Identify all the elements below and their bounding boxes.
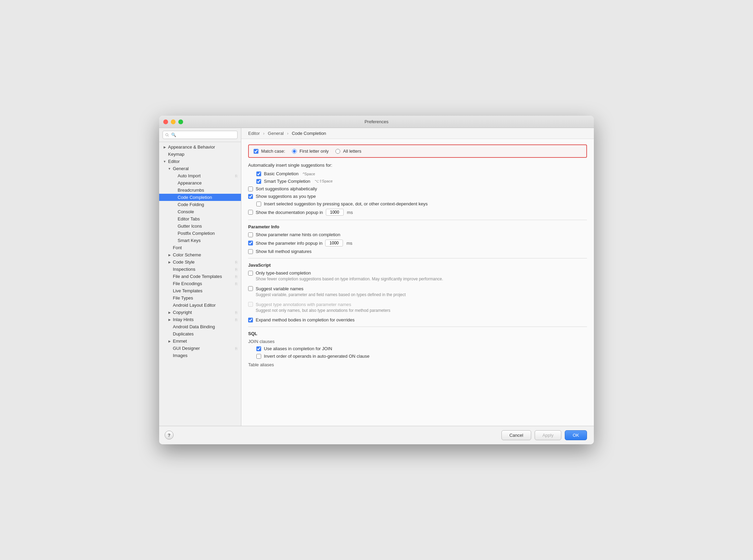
- minimize-button[interactable]: [171, 119, 176, 124]
- window-controls: [163, 119, 183, 124]
- sidebar-item-gui-designer[interactable]: GUI Designer ⎘: [159, 345, 241, 352]
- sidebar-item-color-scheme[interactable]: ▶ Color Scheme: [159, 251, 241, 258]
- suggest-type-annotations-label: Suggest type annotations with parameter …: [256, 302, 351, 307]
- sidebar-item-auto-import[interactable]: Auto Import ⎘: [159, 172, 241, 179]
- sidebar-item-postfix-completion[interactable]: Postfix Completion: [159, 230, 241, 237]
- expand-method-checkbox[interactable]: [248, 318, 253, 322]
- ok-button[interactable]: OK: [565, 430, 587, 440]
- breadcrumb-sep-1: ›: [263, 131, 265, 136]
- sidebar-item-images[interactable]: Images: [159, 352, 241, 359]
- expand-method-label: Expand method bodies in completion for o…: [256, 317, 355, 322]
- match-case-row: Match case:: [254, 149, 285, 154]
- sidebar-label: Android Layout Editor: [173, 303, 216, 308]
- sidebar-item-android-layout-editor[interactable]: Android Layout Editor: [159, 302, 241, 309]
- sidebar-label: Code Style: [173, 259, 195, 265]
- sidebar-label: Inlay Hints: [173, 317, 194, 322]
- sidebar-item-editor[interactable]: ▼ Editor: [159, 158, 241, 165]
- first-letter-label: First letter only: [299, 149, 329, 154]
- sidebar-item-inlay-hints[interactable]: ▶ Inlay Hints ⎘: [159, 316, 241, 323]
- join-clauses-label: JOIN clauses: [248, 339, 587, 344]
- sidebar-item-appearance-behavior[interactable]: ▶ Appearance & Behavior: [159, 143, 241, 151]
- sidebar-label: Live Templates: [173, 288, 202, 293]
- use-aliases-checkbox[interactable]: [256, 346, 261, 351]
- suggest-type-annotations-checkbox[interactable]: [248, 302, 253, 307]
- show-doc-popup-row: Show the documentation popup in ms: [248, 209, 587, 216]
- sidebar-item-code-completion[interactable]: Code Completion: [159, 194, 241, 201]
- first-letter-radio[interactable]: [292, 149, 297, 154]
- sidebar-label: Emmet: [173, 339, 187, 344]
- smart-type-row: Smart Type Completion ⌥⇧Space: [248, 179, 587, 184]
- auto-insert-section-label: Automatically insert single suggestions …: [248, 163, 587, 168]
- sidebar-label: File Types: [173, 295, 193, 301]
- show-as-you-type-label: Show suggestions as you type: [256, 194, 316, 199]
- sort-alpha-checkbox[interactable]: [248, 187, 253, 191]
- sidebar-item-appearance[interactable]: Appearance: [159, 179, 241, 187]
- basic-completion-row: Basic Completion ^Space: [248, 171, 587, 176]
- insert-by-space-checkbox[interactable]: [256, 202, 261, 206]
- sidebar-item-live-templates[interactable]: Live Templates: [159, 287, 241, 294]
- maximize-button[interactable]: [178, 119, 183, 124]
- sidebar-item-editor-tabs[interactable]: Editor Tabs: [159, 215, 241, 222]
- only-type-based-group: Only type-based completion Show fewer co…: [248, 270, 587, 282]
- sidebar-item-copyright[interactable]: ▶ Copyright ⎘: [159, 309, 241, 316]
- bottom-bar: ? Cancel Apply OK: [159, 426, 594, 444]
- arrow-icon: ▶: [163, 145, 167, 149]
- arrow-icon: [172, 217, 176, 221]
- sidebar-tree: ▶ Appearance & Behavior Keymap ▼ Editor …: [159, 142, 241, 426]
- show-doc-popup-checkbox[interactable]: [248, 210, 253, 215]
- copy-icon: ⎘: [235, 346, 238, 351]
- arrow-icon: [167, 246, 171, 250]
- sidebar-item-smart-keys[interactable]: Smart Keys: [159, 237, 241, 244]
- sidebar-item-general[interactable]: ▼ General: [159, 165, 241, 172]
- sidebar-label: Copyright: [173, 310, 192, 315]
- show-full-sigs-checkbox[interactable]: [248, 249, 253, 254]
- all-letters-radio[interactable]: [335, 149, 340, 154]
- sidebar-item-duplicates[interactable]: Duplicates: [159, 330, 241, 338]
- match-case-checkbox[interactable]: [254, 149, 258, 154]
- sidebar-item-emmet[interactable]: ▶ Emmet: [159, 338, 241, 345]
- show-as-you-type-checkbox[interactable]: [248, 194, 253, 199]
- sidebar-label: Breadcrumbs: [178, 188, 204, 193]
- sidebar-item-file-types[interactable]: File Types: [159, 294, 241, 302]
- suggest-var-names-checkbox[interactable]: [248, 286, 253, 291]
- smart-type-shortcut: ⌥⇧Space: [315, 179, 333, 183]
- sidebar-item-code-folding[interactable]: Code Folding: [159, 201, 241, 208]
- sidebar-item-keymap[interactable]: Keymap: [159, 151, 241, 158]
- sidebar: ▶ Appearance & Behavior Keymap ▼ Editor …: [159, 128, 241, 426]
- cancel-button[interactable]: Cancel: [501, 430, 531, 440]
- search-input[interactable]: [163, 131, 238, 139]
- basic-completion-checkbox[interactable]: [256, 171, 261, 176]
- suggest-type-annotations-group: Suggest type annotations with parameter …: [248, 302, 587, 314]
- invert-order-checkbox[interactable]: [256, 354, 261, 359]
- smart-type-checkbox[interactable]: [256, 179, 261, 184]
- close-button[interactable]: [163, 119, 168, 124]
- sidebar-item-android-data-binding[interactable]: Android Data Binding: [159, 323, 241, 330]
- arrow-icon: ▶: [167, 339, 171, 343]
- show-param-hints-checkbox[interactable]: [248, 232, 253, 237]
- sidebar-item-code-style[interactable]: ▶ Code Style ⎘: [159, 258, 241, 266]
- sidebar-item-gutter-icons[interactable]: Gutter Icons: [159, 222, 241, 230]
- sidebar-item-inspections[interactable]: Inspections ⎘: [159, 266, 241, 273]
- sidebar-label: Color Scheme: [173, 252, 201, 257]
- all-letters-label: All letters: [343, 149, 361, 154]
- sidebar-item-file-code-templates[interactable]: File and Code Templates ⎘: [159, 273, 241, 280]
- sidebar-item-font[interactable]: Font: [159, 244, 241, 251]
- arrow-icon: [172, 239, 176, 243]
- suggest-var-names-row: Suggest variable names: [248, 286, 587, 291]
- breadcrumb-general: General: [268, 131, 284, 136]
- sidebar-label: General: [173, 166, 189, 171]
- param-popup-ms-input[interactable]: [325, 240, 343, 246]
- doc-popup-ms-input[interactable]: [326, 209, 344, 216]
- help-button[interactable]: ?: [165, 431, 174, 440]
- arrow-icon: [167, 303, 171, 307]
- only-type-based-checkbox[interactable]: [248, 271, 253, 276]
- suggest-var-names-label: Suggest variable names: [256, 286, 303, 291]
- apply-button[interactable]: Apply: [535, 430, 562, 440]
- sidebar-item-breadcrumbs[interactable]: Breadcrumbs: [159, 187, 241, 194]
- sidebar-item-file-encodings[interactable]: File Encodings ⎘: [159, 280, 241, 287]
- show-full-sigs-row: Show full method signatures: [248, 249, 587, 254]
- sidebar-label: File and Code Templates: [173, 274, 222, 279]
- sidebar-item-console[interactable]: Console: [159, 208, 241, 215]
- expand-method-row: Expand method bodies in completion for o…: [248, 317, 587, 322]
- show-param-popup-checkbox[interactable]: [248, 241, 253, 245]
